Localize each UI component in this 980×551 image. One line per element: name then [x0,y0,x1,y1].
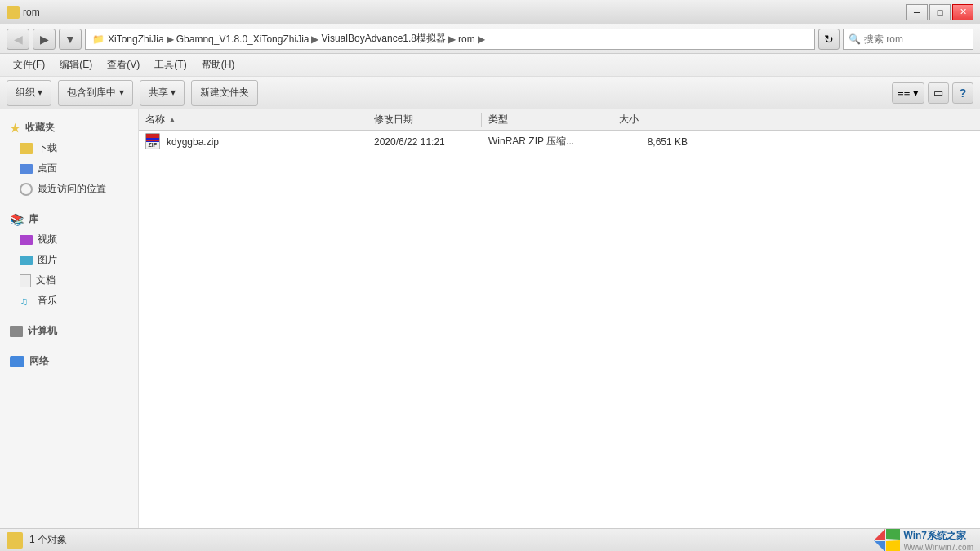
close-button[interactable]: ✕ [952,4,973,20]
col-type-label: 类型 [488,113,508,125]
path-sep-1: ▶ [167,33,174,45]
win7-logo-icon [874,529,900,552]
back-button[interactable]: ◀ [7,29,29,50]
favorites-icon: ★ [10,122,20,135]
sidebar-spacer-3 [0,341,138,351]
menu-help[interactable]: 帮助(H) [195,56,242,74]
include-library-label: 包含到库中 ▾ [67,86,123,100]
share-button[interactable]: 共享 ▾ [140,80,185,106]
recent-button[interactable]: ▼ [59,29,82,50]
status-folder-icon [7,532,23,549]
sidebar-section-network[interactable]: 网络 [0,351,138,371]
col-header-date[interactable]: 修改日期 [368,113,482,127]
sidebar-spacer-1 [0,199,138,209]
include-library-button[interactable]: 包含到库中 ▾ [58,80,132,106]
sidebar-item-downloads[interactable]: 下载 [0,138,138,158]
menu-tools[interactable]: 工具(T) [148,56,193,74]
window-icon [7,6,20,19]
col-date-label: 修改日期 [374,113,413,125]
address-path[interactable]: 📁 XiTongZhiJia ▶ Gbamnq_V1.8.0_XiTongZhi… [85,29,815,50]
table-row[interactable]: ZIP kdyggba.zip 2020/6/22 11:21 WinRAR Z… [139,131,980,153]
menu-edit[interactable]: 编辑(E) [53,56,99,74]
file-name-cell: ZIP kdyggba.zip [139,133,368,151]
documents-label: 文档 [36,273,56,287]
file-date: 2020/6/22 11:21 [374,136,445,148]
status-right: Win7系统之家 Www.Winwin7.com [874,529,973,552]
desktop-icon [20,164,33,174]
video-icon [20,235,33,245]
sidebar-item-music[interactable]: ♫ 音乐 [0,291,138,311]
window-title: rom [23,7,40,18]
col-size-label: 大小 [619,113,639,125]
computer-icon [10,326,23,337]
sidebar: ★ 收藏夹 下载 桌面 最近访问的位置 📚 库 视频 图片 [0,109,139,528]
minimize-button[interactable]: ─ [906,4,928,20]
sidebar-spacer-2 [0,311,138,321]
sidebar-item-video[interactable]: 视频 [0,229,138,250]
menu-file[interactable]: 文件(F) [7,56,51,74]
file-size-cell: 8,651 KB [612,136,694,148]
music-label: 音乐 [38,294,57,308]
network-label: 网络 [29,354,49,368]
pictures-icon [20,256,33,265]
organize-label: 组织 ▾ [16,86,42,100]
recent-icon [20,183,33,196]
recent-label: 最近访问的位置 [38,182,106,196]
path-segment-2: Gbamnq_V1.8.0_XiTongZhiJia [176,33,310,45]
computer-label: 计算机 [28,324,57,338]
file-type-cell: WinRAR ZIP 压缩... [482,135,612,149]
file-name: kdyggba.zip [167,136,219,148]
file-type: WinRAR ZIP 压缩... [488,136,574,147]
status-count: 1 个对象 [29,533,67,547]
sidebar-item-desktop[interactable]: 桌面 [0,158,138,179]
search-icon: 🔍 [849,33,861,45]
path-sep-2: ▶ [311,33,318,45]
share-label: 共享 ▾ [149,86,176,100]
win7-logo: Win7系统之家 Www.Winwin7.com [874,529,973,552]
path-segment-1: 📁 XiTongZhiJia [92,33,164,45]
library-icon: 📚 [10,213,24,226]
file-list-body: ZIP kdyggba.zip 2020/6/22 11:21 WinRAR Z… [139,131,980,528]
pictures-label: 图片 [38,253,57,267]
refresh-button[interactable]: ↻ [818,29,840,50]
col-header-size[interactable]: 大小 [612,113,694,127]
sidebar-item-recent[interactable]: 最近访问的位置 [0,179,138,199]
new-folder-button[interactable]: 新建文件夹 [191,80,258,106]
sidebar-item-documents[interactable]: 文档 [0,270,138,291]
view-toggle-button[interactable]: ≡≡ ▾ [892,82,924,104]
path-segment-4: rom [458,33,475,45]
forward-button[interactable]: ▶ [33,29,56,50]
network-icon [10,356,24,367]
title-bar-left: rom [7,6,40,19]
toolbar: 组织 ▾ 包含到库中 ▾ 共享 ▾ 新建文件夹 ≡≡ ▾ ▭ ? [0,77,980,109]
download-folder-icon [20,143,33,154]
path-folder-icon: 📁 [92,33,105,45]
search-input[interactable] [864,33,962,45]
maximize-button[interactable]: □ [929,4,951,20]
music-icon: ♫ [20,295,33,308]
file-size: 8,651 KB [648,136,688,148]
path-segment-3: VisualBoyAdvance1.8模拟器 [321,32,446,46]
help-button[interactable]: ? [952,82,973,104]
file-icon: ZIP [145,133,162,151]
win7-logo-text: Win7系统之家 Www.Winwin7.com [903,529,973,552]
sidebar-item-pictures[interactable]: 图片 [0,250,138,270]
desktop-label: 桌面 [38,162,57,176]
col-header-name[interactable]: 名称 ▲ [139,113,368,127]
new-folder-label: 新建文件夹 [200,86,249,100]
col-header-type[interactable]: 类型 [482,113,612,127]
downloads-label: 下载 [38,141,57,155]
sidebar-section-computer[interactable]: 计算机 [0,321,138,341]
address-bar: ◀ ▶ ▼ 📁 XiTongZhiJia ▶ Gbamnq_V1.8.0_XiT… [0,24,980,54]
library-label: 库 [29,212,38,226]
main-content: ★ 收藏夹 下载 桌面 最近访问的位置 📚 库 视频 图片 [0,109,980,528]
organize-button[interactable]: 组织 ▾ [7,80,51,106]
col-name-label: 名称 [145,113,165,127]
menu-view[interactable]: 查看(V) [100,56,146,74]
file-area: 名称 ▲ 修改日期 类型 大小 [139,109,980,528]
file-date-cell: 2020/6/22 11:21 [368,136,482,148]
sidebar-section-favorites: ★ 收藏夹 [0,118,138,138]
sidebar-section-library: 📚 库 [0,209,138,229]
video-label: 视频 [38,233,57,247]
preview-pane-button[interactable]: ▭ [928,82,949,104]
